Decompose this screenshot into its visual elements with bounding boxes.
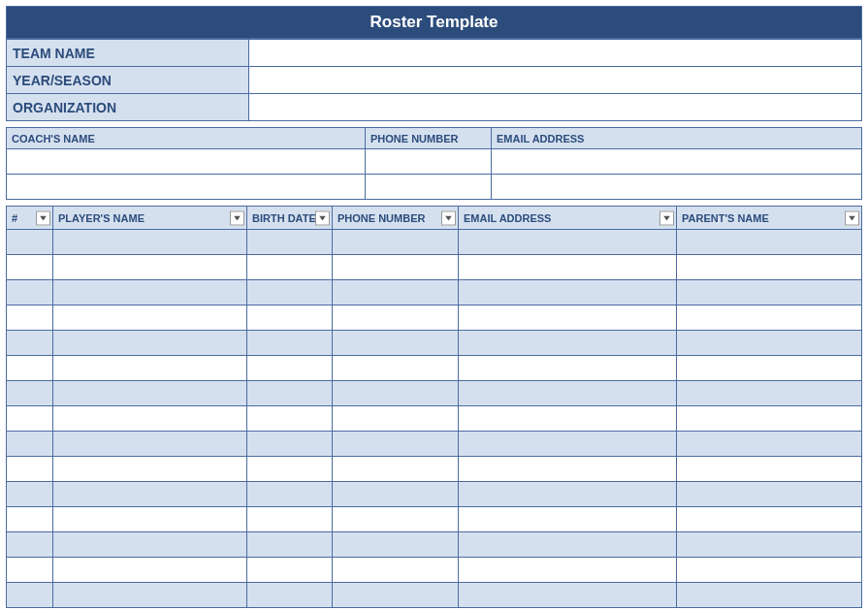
player-cell-phone-number[interactable] xyxy=(333,482,459,507)
player-cell-player-name[interactable] xyxy=(53,230,247,255)
player-cell-birth-date[interactable] xyxy=(247,381,333,406)
player-cell-birth-date[interactable] xyxy=(247,331,333,356)
player-cell-email-address[interactable] xyxy=(459,507,677,532)
player-cell-parent-name[interactable] xyxy=(677,255,862,280)
player-cell-birth-date[interactable] xyxy=(247,230,333,255)
player-cell-phone-number[interactable] xyxy=(333,583,459,608)
player-cell-player-name[interactable] xyxy=(53,532,247,558)
player-cell-number[interactable] xyxy=(7,255,53,280)
player-cell-phone-number[interactable] xyxy=(333,255,459,280)
player-cell-email-address[interactable] xyxy=(459,280,677,305)
player-cell-player-name[interactable] xyxy=(53,558,247,583)
player-cell-player-name[interactable] xyxy=(53,280,247,305)
coach-cell-email[interactable] xyxy=(492,149,862,175)
filter-dropdown-button[interactable] xyxy=(441,210,456,225)
player-cell-number[interactable] xyxy=(7,230,53,255)
player-cell-player-name[interactable] xyxy=(53,381,247,406)
player-cell-player-name[interactable] xyxy=(53,356,247,381)
player-cell-birth-date[interactable] xyxy=(247,532,333,558)
player-cell-email-address[interactable] xyxy=(459,583,677,608)
player-cell-number[interactable] xyxy=(7,356,53,381)
info-value[interactable] xyxy=(249,67,862,94)
player-cell-number[interactable] xyxy=(7,305,53,331)
player-cell-email-address[interactable] xyxy=(459,432,677,457)
player-cell-parent-name[interactable] xyxy=(677,356,862,381)
player-cell-parent-name[interactable] xyxy=(677,482,862,507)
player-cell-parent-name[interactable] xyxy=(677,381,862,406)
player-cell-email-address[interactable] xyxy=(459,331,677,356)
player-cell-parent-name[interactable] xyxy=(677,331,862,356)
player-cell-phone-number[interactable] xyxy=(333,331,459,356)
player-cell-email-address[interactable] xyxy=(459,482,677,507)
player-cell-phone-number[interactable] xyxy=(333,432,459,457)
player-cell-email-address[interactable] xyxy=(459,255,677,280)
player-cell-email-address[interactable] xyxy=(459,230,677,255)
player-cell-birth-date[interactable] xyxy=(247,457,333,482)
player-cell-parent-name[interactable] xyxy=(677,457,862,482)
player-cell-email-address[interactable] xyxy=(459,305,677,331)
player-cell-number[interactable] xyxy=(7,381,53,406)
player-cell-birth-date[interactable] xyxy=(247,482,333,507)
player-cell-phone-number[interactable] xyxy=(333,356,459,381)
player-cell-phone-number[interactable] xyxy=(333,532,459,558)
player-cell-birth-date[interactable] xyxy=(247,558,333,583)
player-cell-player-name[interactable] xyxy=(53,305,247,331)
player-cell-email-address[interactable] xyxy=(459,558,677,583)
player-cell-number[interactable] xyxy=(7,558,53,583)
player-cell-player-name[interactable] xyxy=(53,331,247,356)
player-cell-email-address[interactable] xyxy=(459,457,677,482)
player-cell-parent-name[interactable] xyxy=(677,532,862,558)
player-cell-number[interactable] xyxy=(7,583,53,608)
filter-dropdown-button[interactable] xyxy=(315,210,330,225)
player-cell-player-name[interactable] xyxy=(53,406,247,432)
filter-dropdown-button[interactable] xyxy=(230,210,244,225)
player-cell-player-name[interactable] xyxy=(53,255,247,280)
player-cell-email-address[interactable] xyxy=(459,532,677,558)
player-cell-parent-name[interactable] xyxy=(677,406,862,432)
player-cell-parent-name[interactable] xyxy=(677,230,862,255)
player-cell-email-address[interactable] xyxy=(459,406,677,432)
player-cell-phone-number[interactable] xyxy=(333,381,459,406)
player-cell-number[interactable] xyxy=(7,507,53,532)
player-cell-player-name[interactable] xyxy=(53,457,247,482)
player-cell-parent-name[interactable] xyxy=(677,305,862,331)
filter-dropdown-button[interactable] xyxy=(845,210,859,225)
player-cell-parent-name[interactable] xyxy=(677,507,862,532)
player-cell-phone-number[interactable] xyxy=(333,507,459,532)
player-cell-email-address[interactable] xyxy=(459,381,677,406)
filter-dropdown-button[interactable] xyxy=(659,210,674,225)
player-cell-birth-date[interactable] xyxy=(247,507,333,532)
player-cell-phone-number[interactable] xyxy=(333,406,459,432)
player-cell-phone-number[interactable] xyxy=(333,558,459,583)
filter-dropdown-button[interactable] xyxy=(36,210,50,225)
player-cell-number[interactable] xyxy=(7,482,53,507)
coach-cell-name[interactable] xyxy=(7,149,366,175)
player-cell-phone-number[interactable] xyxy=(333,280,459,305)
player-cell-number[interactable] xyxy=(7,532,53,558)
player-cell-parent-name[interactable] xyxy=(677,558,862,583)
coach-cell-phone[interactable] xyxy=(366,149,492,175)
player-cell-birth-date[interactable] xyxy=(247,583,333,608)
info-value[interactable] xyxy=(249,94,862,121)
player-cell-birth-date[interactable] xyxy=(247,305,333,331)
player-cell-phone-number[interactable] xyxy=(333,457,459,482)
player-cell-player-name[interactable] xyxy=(53,507,247,532)
player-cell-phone-number[interactable] xyxy=(333,230,459,255)
player-cell-number[interactable] xyxy=(7,457,53,482)
player-cell-email-address[interactable] xyxy=(459,356,677,381)
player-cell-parent-name[interactable] xyxy=(677,583,862,608)
player-cell-number[interactable] xyxy=(7,331,53,356)
coach-cell-email[interactable] xyxy=(492,175,862,200)
player-cell-birth-date[interactable] xyxy=(247,255,333,280)
player-cell-birth-date[interactable] xyxy=(247,432,333,457)
player-cell-player-name[interactable] xyxy=(53,482,247,507)
info-value[interactable] xyxy=(249,40,862,67)
player-cell-number[interactable] xyxy=(7,432,53,457)
player-cell-number[interactable] xyxy=(7,280,53,305)
player-cell-birth-date[interactable] xyxy=(247,406,333,432)
player-cell-phone-number[interactable] xyxy=(333,305,459,331)
player-cell-parent-name[interactable] xyxy=(677,280,862,305)
coach-cell-name[interactable] xyxy=(7,175,366,200)
player-cell-number[interactable] xyxy=(7,406,53,432)
player-cell-birth-date[interactable] xyxy=(247,280,333,305)
